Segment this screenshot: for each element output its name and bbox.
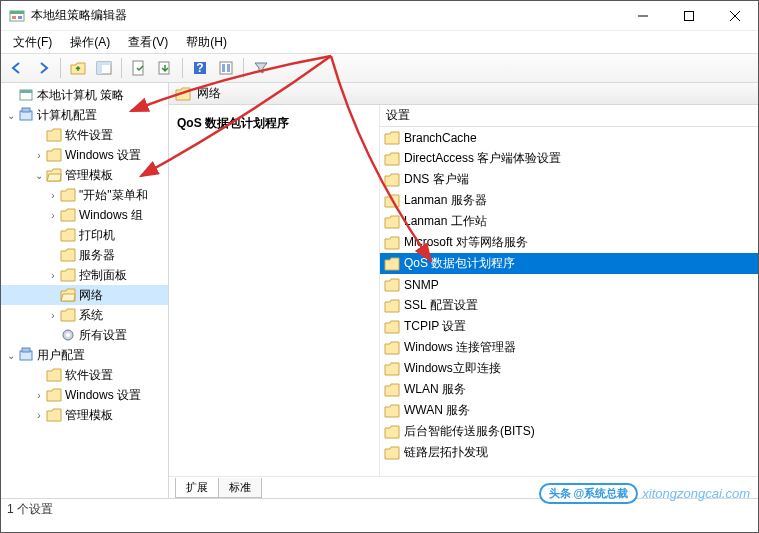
tree-item[interactable]: ›"开始"菜单和 xyxy=(1,185,168,205)
refresh-button[interactable] xyxy=(214,56,238,80)
list-item-label: DirectAccess 客户端体验设置 xyxy=(404,150,561,167)
folder-icon xyxy=(18,107,34,123)
tree-label: 控制面板 xyxy=(79,267,127,284)
tree-item[interactable]: ⌄管理模板 xyxy=(1,165,168,185)
folder-icon xyxy=(384,193,400,209)
tree-item[interactable]: ›Windows 设置 xyxy=(1,145,168,165)
menu-action[interactable]: 操作(A) xyxy=(62,32,118,53)
menu-help[interactable]: 帮助(H) xyxy=(178,32,235,53)
list-item[interactable]: SSL 配置设置 xyxy=(380,295,758,316)
svg-rect-19 xyxy=(20,90,32,93)
svg-rect-5 xyxy=(685,11,694,20)
list-item[interactable]: Lanman 服务器 xyxy=(380,190,758,211)
tree-item[interactable]: ⌄计算机配置 xyxy=(1,105,168,125)
forward-button[interactable] xyxy=(31,56,55,80)
close-button[interactable] xyxy=(712,1,758,31)
folder-icon xyxy=(60,287,76,303)
tree-item[interactable]: 所有设置 xyxy=(1,325,168,345)
help-button[interactable]: ? xyxy=(188,56,212,80)
tab-extended[interactable]: 扩展 xyxy=(175,478,219,498)
list-item[interactable]: BranchCache xyxy=(380,127,758,148)
column-header-settings[interactable]: 设置 xyxy=(380,105,758,127)
expander-icon[interactable]: › xyxy=(33,410,45,421)
list-item[interactable]: WLAN 服务 xyxy=(380,379,758,400)
tree-item[interactable]: 打印机 xyxy=(1,225,168,245)
tree-item[interactable]: ›控制面板 xyxy=(1,265,168,285)
expander-icon[interactable]: ⌄ xyxy=(5,110,17,121)
app-icon xyxy=(9,8,25,24)
tree-item[interactable]: ›Windows 设置 xyxy=(1,385,168,405)
list-item[interactable]: Lanman 工作站 xyxy=(380,211,758,232)
svg-point-23 xyxy=(66,333,70,337)
expander-icon[interactable]: ⌄ xyxy=(5,350,17,361)
list-item-label: Microsoft 对等网络服务 xyxy=(404,234,528,251)
tree-item[interactable]: ⌄用户配置 xyxy=(1,345,168,365)
properties-button[interactable] xyxy=(127,56,151,80)
expander-icon[interactable]: › xyxy=(47,310,59,321)
tree-item[interactable]: 服务器 xyxy=(1,245,168,265)
show-hide-tree-button[interactable] xyxy=(92,56,116,80)
breadcrumb-label: 网络 xyxy=(197,85,221,102)
folder-icon xyxy=(175,86,191,102)
list-item[interactable]: QoS 数据包计划程序 xyxy=(380,253,758,274)
tab-standard[interactable]: 标准 xyxy=(218,478,262,498)
menu-view[interactable]: 查看(V) xyxy=(120,32,176,53)
svg-rect-15 xyxy=(220,62,232,74)
list-item-label: BranchCache xyxy=(404,131,477,145)
list-item[interactable]: SNMP xyxy=(380,274,758,295)
up-folder-button[interactable] xyxy=(66,56,90,80)
tree-item[interactable]: 软件设置 xyxy=(1,125,168,145)
maximize-button[interactable] xyxy=(666,1,712,31)
list-item-label: 后台智能传送服务(BITS) xyxy=(404,423,535,440)
list-item[interactable]: DirectAccess 客户端体验设置 xyxy=(380,148,758,169)
toolbar: ? xyxy=(1,53,758,83)
export-button[interactable] xyxy=(153,56,177,80)
folder-icon xyxy=(384,445,400,461)
folder-icon xyxy=(384,319,400,335)
back-button[interactable] xyxy=(5,56,29,80)
list-item-label: TCPIP 设置 xyxy=(404,318,466,335)
folder-icon xyxy=(384,256,400,272)
tree-item[interactable]: ›Windows 组 xyxy=(1,205,168,225)
list-item[interactable]: 后台智能传送服务(BITS) xyxy=(380,421,758,442)
detail-header: QoS 数据包计划程序 xyxy=(177,115,371,132)
folder-icon xyxy=(60,187,76,203)
tree-label: 管理模板 xyxy=(65,167,113,184)
breadcrumb: 网络 xyxy=(169,83,758,105)
list-item[interactable]: 链路层拓扑发现 xyxy=(380,442,758,463)
tree-item[interactable]: 本地计算机 策略 xyxy=(1,85,168,105)
expander-icon[interactable]: › xyxy=(33,150,45,161)
expander-icon[interactable]: › xyxy=(47,270,59,281)
tree-label: 网络 xyxy=(79,287,103,304)
content-area: 本地计算机 策略⌄计算机配置软件设置›Windows 设置⌄管理模板›"开始"菜… xyxy=(1,83,758,498)
svg-text:?: ? xyxy=(196,61,203,75)
folder-icon xyxy=(46,387,62,403)
tree-label: Windows 组 xyxy=(79,207,143,224)
minimize-button[interactable] xyxy=(620,1,666,31)
list-item[interactable]: WWAN 服务 xyxy=(380,400,758,421)
tree-item[interactable]: ›管理模板 xyxy=(1,405,168,425)
folder-icon xyxy=(60,267,76,283)
svg-rect-21 xyxy=(22,108,30,112)
expander-icon[interactable]: › xyxy=(47,190,59,201)
tree-pane[interactable]: 本地计算机 策略⌄计算机配置软件设置›Windows 设置⌄管理模板›"开始"菜… xyxy=(1,83,169,498)
menu-file[interactable]: 文件(F) xyxy=(5,32,60,53)
svg-rect-25 xyxy=(22,348,30,352)
folder-icon xyxy=(18,87,34,103)
folder-icon xyxy=(46,367,62,383)
expander-icon[interactable]: › xyxy=(33,390,45,401)
filter-button[interactable] xyxy=(249,56,273,80)
list-item[interactable]: TCPIP 设置 xyxy=(380,316,758,337)
tree-item[interactable]: ›系统 xyxy=(1,305,168,325)
tree-label: Windows 设置 xyxy=(65,387,141,404)
tree-item[interactable]: 网络 xyxy=(1,285,168,305)
list-item[interactable]: Windows 连接管理器 xyxy=(380,337,758,358)
tree-label: 软件设置 xyxy=(65,367,113,384)
list-item[interactable]: Microsoft 对等网络服务 xyxy=(380,232,758,253)
expander-icon[interactable]: ⌄ xyxy=(33,170,45,181)
list-item[interactable]: DNS 客户端 xyxy=(380,169,758,190)
tree-item[interactable]: 软件设置 xyxy=(1,365,168,385)
list-item[interactable]: Windows立即连接 xyxy=(380,358,758,379)
expander-icon[interactable]: › xyxy=(47,210,59,221)
detail-list[interactable]: 设置 BranchCacheDirectAccess 客户端体验设置DNS 客户… xyxy=(379,105,758,476)
